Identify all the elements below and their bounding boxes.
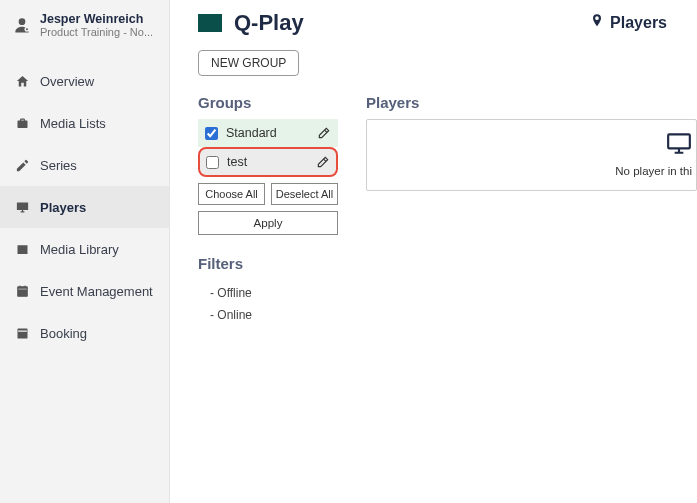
group-label: Standard xyxy=(226,126,309,140)
group-checkbox[interactable] xyxy=(206,156,219,169)
topbar: Q-Play Players xyxy=(198,10,697,50)
calendar2-icon xyxy=(14,325,30,341)
svg-rect-2 xyxy=(668,134,690,148)
filter-offline[interactable]: - Offline xyxy=(198,282,338,304)
nav-label: Event Management xyxy=(40,284,153,299)
nav: Overview Media Lists Series Players xyxy=(0,60,169,354)
monitor-icon xyxy=(14,199,30,215)
home-icon xyxy=(14,73,30,89)
players-empty: No player in thi xyxy=(615,130,692,177)
nav-label: Overview xyxy=(40,74,94,89)
brand-title: Q-Play xyxy=(234,10,304,36)
user-subtitle: Product Training - No... xyxy=(40,26,153,38)
deselect-all-button[interactable]: Deselect All xyxy=(271,183,338,205)
top-players-label: Players xyxy=(610,14,667,32)
players-empty-text: No player in thi xyxy=(615,165,692,177)
group-label: test xyxy=(227,155,308,169)
players-heading: Players xyxy=(366,94,697,111)
nav-booking[interactable]: Booking xyxy=(0,312,169,354)
nav-label: Booking xyxy=(40,326,87,341)
user-name: Jesper Weinreich xyxy=(40,12,153,26)
pin-icon xyxy=(589,13,605,33)
nav-label: Media Library xyxy=(40,242,119,257)
apply-button[interactable]: Apply xyxy=(198,211,338,235)
nav-label: Media Lists xyxy=(40,116,106,131)
groups-heading: Groups xyxy=(198,94,338,111)
monitor-icon xyxy=(615,130,692,159)
nav-label: Players xyxy=(40,200,86,215)
filters-heading: Filters xyxy=(198,255,338,272)
group-row-test[interactable]: test xyxy=(198,147,338,177)
calendar-icon xyxy=(14,283,30,299)
user-icon xyxy=(12,15,32,35)
nav-series[interactable]: Series xyxy=(0,144,169,186)
nav-label: Series xyxy=(40,158,77,173)
edit-icon[interactable] xyxy=(316,155,330,169)
sidebar: Jesper Weinreich Product Training - No..… xyxy=(0,0,170,503)
players-box: No player in thi xyxy=(366,119,697,191)
filter-online[interactable]: - Online xyxy=(198,304,338,326)
group-list: Standard test xyxy=(198,119,338,177)
brand-logo xyxy=(198,14,222,32)
main: Q-Play Players NEW GROUP Groups Standard xyxy=(170,0,697,503)
briefcase-icon xyxy=(14,115,30,131)
user-card[interactable]: Jesper Weinreich Product Training - No..… xyxy=(0,6,169,48)
edit-icon[interactable] xyxy=(317,126,331,140)
top-players-link[interactable]: Players xyxy=(589,13,667,33)
nav-overview[interactable]: Overview xyxy=(0,60,169,102)
players-column: Players No player in thi xyxy=(366,94,697,326)
nav-players[interactable]: Players xyxy=(0,186,169,228)
image-icon xyxy=(14,241,30,257)
group-checkbox[interactable] xyxy=(205,127,218,140)
nav-event-management[interactable]: Event Management xyxy=(0,270,169,312)
nav-media-lists[interactable]: Media Lists xyxy=(0,102,169,144)
group-row-standard[interactable]: Standard xyxy=(198,119,338,147)
edit-icon xyxy=(14,157,30,173)
new-group-button[interactable]: NEW GROUP xyxy=(198,50,299,76)
svg-point-0 xyxy=(19,18,26,25)
nav-media-library[interactable]: Media Library xyxy=(0,228,169,270)
brand: Q-Play xyxy=(198,10,304,36)
choose-all-button[interactable]: Choose All xyxy=(198,183,265,205)
groups-column: Groups Standard test xyxy=(198,94,338,326)
